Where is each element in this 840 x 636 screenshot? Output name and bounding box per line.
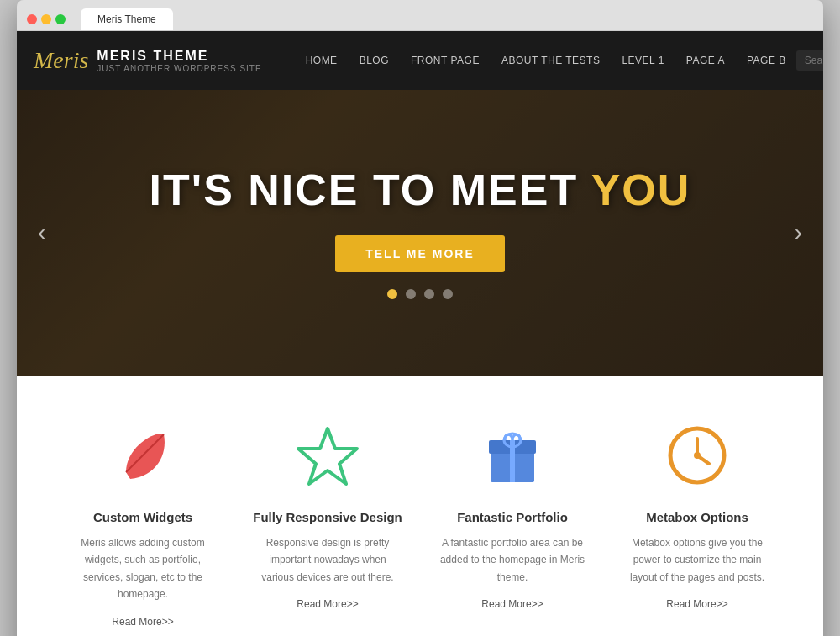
feature-desc-responsive-design: Responsive design is pretty important no… xyxy=(252,534,403,586)
feature-icon-responsive-design xyxy=(290,418,365,493)
hero-dot-0[interactable] xyxy=(387,289,397,299)
feature-readmore-responsive-design[interactable]: Read More>> xyxy=(297,598,358,610)
nav-item-about-tests[interactable]: ABOUT THE TESTS xyxy=(491,48,611,73)
browser-chrome: Meris Theme xyxy=(17,0,823,31)
hero-cta-button[interactable]: TELL ME MORE xyxy=(335,235,505,272)
feature-title-portfolio: Fantastic Portfolio xyxy=(437,510,588,524)
feature-readmore-custom-widgets[interactable]: Read More>> xyxy=(112,616,173,628)
nav-item-front-page[interactable]: FRONT PAGE xyxy=(401,48,490,73)
feature-title-custom-widgets: Custom Widgets xyxy=(67,510,218,524)
logo-sub: JUST ANOTHER WORDPRESS SITE xyxy=(97,64,261,73)
features-section: Custom Widgets Meris allows adding custo… xyxy=(17,376,823,636)
dot-close[interactable] xyxy=(27,14,37,24)
hero-prev-button[interactable]: ‹ xyxy=(29,211,54,255)
hero-content: IT'S NICE TO MEET YOU TELL ME MORE xyxy=(150,166,691,298)
hero-next-button[interactable]: › xyxy=(786,211,811,255)
hero-dot-1[interactable] xyxy=(406,289,416,299)
nav-item-blog[interactable]: BLOG xyxy=(349,48,399,73)
feature-title-responsive-design: Fully Responsive Design xyxy=(252,510,403,524)
logo-area[interactable]: Meris MERIS THEME JUST ANOTHER WORDPRESS… xyxy=(34,49,262,73)
logo-title: MERIS THEME xyxy=(97,49,261,64)
feature-icon-metabox xyxy=(659,418,735,493)
nav-item-page-a[interactable]: PAGE A xyxy=(676,48,735,73)
logo-script: Meris xyxy=(34,49,88,72)
main-nav: HOMEBLOGFRONT PAGEABOUT THE TESTSLEVEL 1… xyxy=(296,48,796,73)
hero-title: IT'S NICE TO MEET YOU xyxy=(150,166,691,214)
hero-section: ‹ IT'S NICE TO MEET YOU TELL ME MORE › xyxy=(17,90,823,376)
browser-tab[interactable]: Meris Theme xyxy=(81,8,173,30)
svg-marker-0 xyxy=(298,428,357,484)
nav-item-level1[interactable]: LEVEL 1 xyxy=(612,48,674,73)
feature-metabox: Metabox Options Metabox options give you… xyxy=(605,418,790,628)
feature-readmore-metabox[interactable]: Read More>> xyxy=(666,598,727,610)
feature-desc-portfolio: A fantastic portfolio area can be added … xyxy=(437,534,588,586)
svg-point-8 xyxy=(694,452,701,459)
feature-desc-custom-widgets: Meris allows adding custom widgets, such… xyxy=(67,534,218,603)
logo-text: MERIS THEME JUST ANOTHER WORDPRESS SITE xyxy=(97,49,261,73)
hero-title-highlight: YOU xyxy=(591,166,691,214)
feature-custom-widgets: Custom Widgets Meris allows adding custo… xyxy=(50,418,235,628)
hero-title-text: IT'S NICE TO MEET xyxy=(150,166,591,214)
nav-item-home[interactable]: HOME xyxy=(296,48,348,73)
search-area: 🔍 xyxy=(796,50,823,71)
feature-icon-portfolio xyxy=(475,418,550,493)
browser-body: Meris MERIS THEME JUST ANOTHER WORDPRESS… xyxy=(17,31,823,636)
dot-minimize[interactable] xyxy=(41,14,51,24)
dot-maximize[interactable] xyxy=(55,14,66,24)
hero-dots xyxy=(150,289,691,299)
hero-dot-2[interactable] xyxy=(424,289,434,299)
feature-title-metabox: Metabox Options xyxy=(622,510,773,524)
feature-portfolio: Fantastic Portfolio A fantastic portfoli… xyxy=(420,418,605,628)
browser-dots xyxy=(27,14,66,24)
nav-item-page-b[interactable]: PAGE B xyxy=(737,48,796,73)
search-input[interactable] xyxy=(796,50,823,71)
feature-icon-custom-widgets xyxy=(105,418,181,493)
hero-dot-3[interactable] xyxy=(443,289,453,299)
browser-window: Meris Theme Meris MERIS THEME JUST ANOTH… xyxy=(17,0,823,636)
site-header: Meris MERIS THEME JUST ANOTHER WORDPRESS… xyxy=(17,31,823,90)
feature-desc-metabox: Metabox options give you the power to cu… xyxy=(622,534,773,586)
feature-readmore-portfolio[interactable]: Read More>> xyxy=(481,598,543,610)
feature-responsive-design: Fully Responsive Design Responsive desig… xyxy=(235,418,420,628)
